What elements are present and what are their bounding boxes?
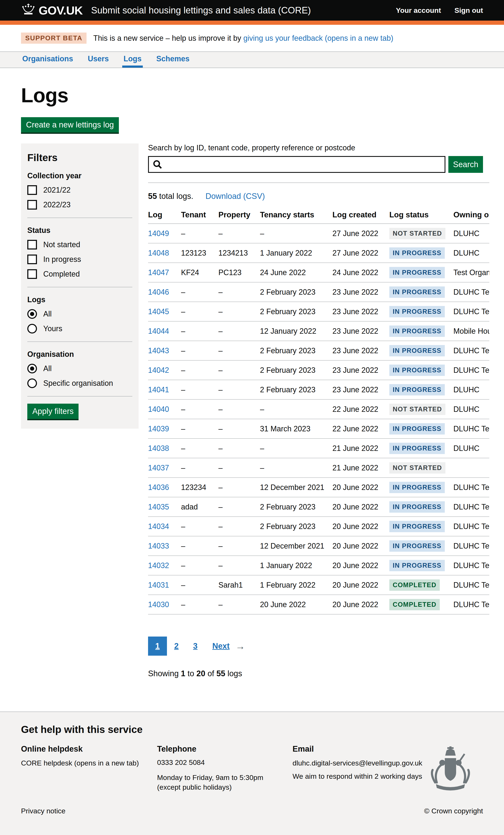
cell-tenant: – bbox=[181, 556, 218, 575]
log-id-link[interactable]: 14040 bbox=[148, 405, 169, 413]
pagination: 123Next→ bbox=[148, 636, 489, 656]
log-id-link[interactable]: 14031 bbox=[148, 581, 169, 589]
search-button[interactable]: Search bbox=[448, 156, 483, 173]
status-badge: NOT STARTED bbox=[389, 228, 445, 239]
cell-tenancy_starts: 12 December 2021 bbox=[260, 536, 332, 556]
cell-owning-organisation: DLUHC bbox=[453, 400, 489, 419]
cell-owning-organisation: DLUHC Test bbox=[453, 556, 489, 575]
phase-banner: SUPPORT BETA This is a new service – hel… bbox=[0, 25, 504, 52]
status-badge: NOT STARTED bbox=[389, 404, 445, 415]
table-row: 14046––2 February 202323 June 2022IN PRO… bbox=[148, 282, 489, 302]
govuk-logo[interactable]: GOV.UK bbox=[21, 3, 83, 18]
log-id-link[interactable]: 14047 bbox=[148, 268, 169, 277]
radio-option-yours[interactable]: Yours bbox=[27, 324, 132, 333]
your-account-link[interactable]: Your account bbox=[396, 6, 441, 15]
radio-icon[interactable] bbox=[27, 324, 37, 333]
cell-log_created: 20 June 2022 bbox=[332, 536, 389, 556]
checkbox-icon[interactable] bbox=[27, 200, 37, 209]
crown-icon bbox=[21, 3, 36, 18]
download-csv-link[interactable]: Download (CSV) bbox=[206, 192, 265, 201]
checkbox-option-in-progress[interactable]: In progress bbox=[27, 254, 132, 264]
radio-option-all[interactable]: All bbox=[27, 364, 132, 373]
log-id-link[interactable]: 14033 bbox=[148, 542, 169, 550]
checkbox-icon[interactable] bbox=[27, 269, 37, 279]
feedback-link[interactable]: giving us your feedback (opens in a new … bbox=[243, 34, 393, 42]
pagination-next-link[interactable]: Next bbox=[212, 641, 229, 651]
cell-tenancy_starts: 2 February 2023 bbox=[260, 302, 332, 321]
log-id-link[interactable]: 14034 bbox=[148, 522, 169, 531]
cell-owning-organisation: DLUHC Test bbox=[453, 575, 489, 595]
filter-group-label: Status bbox=[27, 226, 132, 235]
log-id-link[interactable]: 14037 bbox=[148, 464, 169, 472]
sign-out-link[interactable]: Sign out bbox=[455, 6, 483, 15]
email-link[interactable]: dluhc.digital-services@levellingup.gov.u… bbox=[293, 759, 422, 767]
radio-icon[interactable] bbox=[27, 364, 37, 373]
pagination-page-1[interactable]: 1 bbox=[148, 636, 167, 656]
cell-tenant: – bbox=[181, 321, 218, 341]
status-badge: IN PROGRESS bbox=[389, 541, 445, 552]
table-row: 14047KF24PC12324 June 202224 June 2022IN… bbox=[148, 263, 489, 282]
privacy-notice-link[interactable]: Privacy notice bbox=[21, 807, 65, 815]
table-row: 14032––1 January 202220 June 2022IN PROG… bbox=[148, 556, 489, 575]
radio-option-all[interactable]: All bbox=[27, 309, 132, 319]
create-lettings-log-button[interactable]: Create a new lettings log bbox=[21, 117, 119, 133]
log-id-link[interactable]: 14045 bbox=[148, 307, 169, 316]
nav-tab-logs[interactable]: Logs bbox=[122, 52, 143, 68]
column-header-owning-organisation: Owning organisation bbox=[453, 207, 489, 224]
table-row: 1404812312312342131 January 202227 June … bbox=[148, 243, 489, 263]
cell-property: – bbox=[218, 595, 260, 614]
checkbox-icon[interactable] bbox=[27, 254, 37, 264]
cell-tenant: – bbox=[181, 380, 218, 400]
checkbox-option-2022-23[interactable]: 2022/23 bbox=[27, 200, 132, 209]
status-badge: IN PROGRESS bbox=[389, 247, 445, 259]
core-helpdesk-link[interactable]: CORE helpdesk (opens in a new tab) bbox=[21, 759, 139, 767]
crown-copyright-link[interactable]: © Crown copyright bbox=[424, 807, 483, 815]
cell-tenant: – bbox=[181, 419, 218, 439]
log-id-link[interactable]: 14048 bbox=[148, 249, 169, 257]
filter-group-label: Logs bbox=[27, 295, 132, 304]
checkbox-option-completed[interactable]: Completed bbox=[27, 269, 132, 279]
log-id-link[interactable]: 14044 bbox=[148, 327, 169, 335]
filter-group-label: Collection year bbox=[27, 171, 132, 180]
cell-owning-organisation: DLUHC Test bbox=[453, 282, 489, 302]
royal-coat-of-arms bbox=[424, 746, 477, 796]
log-id-link[interactable]: 14039 bbox=[148, 424, 169, 433]
log-id-link[interactable]: 14035 bbox=[148, 503, 169, 511]
radio-icon[interactable] bbox=[27, 379, 37, 388]
log-id-link[interactable]: 14043 bbox=[148, 346, 169, 355]
cell-tenant: – bbox=[181, 282, 218, 302]
cell-log_created: 23 June 2022 bbox=[332, 302, 389, 321]
telephone-hours: Monday to Friday, 9am to 5:30pm (except … bbox=[157, 773, 293, 792]
search-input[interactable] bbox=[148, 156, 445, 173]
log-id-link[interactable]: 14036 bbox=[148, 483, 169, 492]
checkbox-option-not-started[interactable]: Not started bbox=[27, 240, 132, 249]
checkbox-icon[interactable] bbox=[27, 240, 37, 249]
checkbox-option-2021-22[interactable]: 2021/22 bbox=[27, 185, 132, 195]
cell-log_created: 20 June 2022 bbox=[332, 477, 389, 497]
cell-log_created: 20 June 2022 bbox=[332, 497, 389, 517]
column-header-log-created: Log created bbox=[332, 207, 389, 224]
apply-filters-button[interactable]: Apply filters bbox=[27, 404, 79, 419]
log-id-link[interactable]: 14030 bbox=[148, 600, 169, 609]
checkbox-icon[interactable] bbox=[27, 185, 37, 195]
cell-property: – bbox=[218, 400, 260, 419]
cell-owning-organisation: Test Organis bbox=[453, 263, 489, 282]
log-id-link[interactable]: 14032 bbox=[148, 561, 169, 570]
log-id-link[interactable]: 14041 bbox=[148, 385, 169, 394]
arrow-right-icon[interactable]: → bbox=[236, 640, 245, 652]
nav-tab-users[interactable]: Users bbox=[86, 52, 110, 68]
radio-option-specific-organisation[interactable]: Specific organisation bbox=[27, 379, 132, 388]
log-id-link[interactable]: 14042 bbox=[148, 366, 169, 374]
pagination-page-3[interactable]: 3 bbox=[186, 636, 205, 656]
telephone-number: 0333 202 5084 bbox=[157, 758, 293, 767]
nav-tab-organisations[interactable]: Organisations bbox=[21, 52, 74, 68]
log-id-link[interactable]: 14049 bbox=[148, 229, 169, 238]
service-name[interactable]: Submit social housing lettings and sales… bbox=[91, 5, 311, 16]
nav-tab-schemes[interactable]: Schemes bbox=[155, 52, 191, 68]
log-id-link[interactable]: 14038 bbox=[148, 444, 169, 452]
log-id-link[interactable]: 14046 bbox=[148, 288, 169, 296]
pagination-page-2[interactable]: 2 bbox=[167, 636, 186, 656]
radio-icon[interactable] bbox=[27, 309, 37, 319]
cell-tenancy_starts: 2 February 2023 bbox=[260, 282, 332, 302]
option-label: Specific organisation bbox=[43, 379, 113, 388]
